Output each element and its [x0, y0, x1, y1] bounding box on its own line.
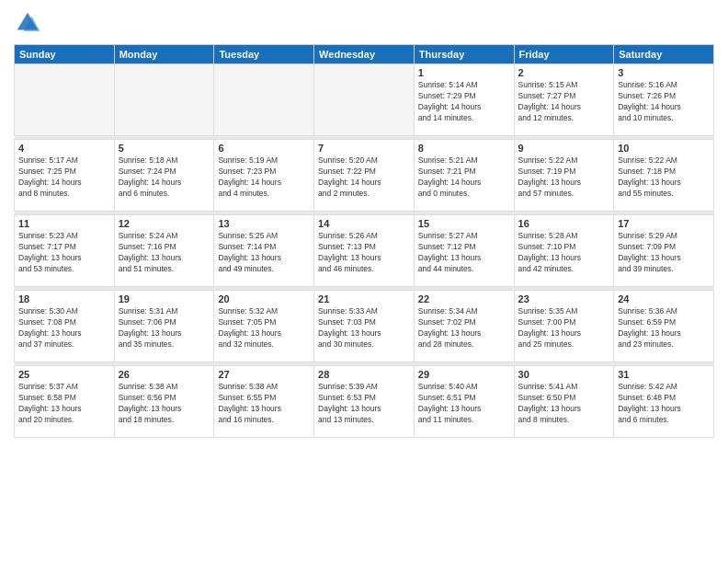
day-info: Sunrise: 5:15 AM Sunset: 7:27 PM Dayligh…	[518, 80, 610, 124]
day-number: 28	[318, 369, 410, 380]
calendar-cell: 21Sunrise: 5:33 AM Sunset: 7:03 PM Dayli…	[314, 291, 415, 362]
day-info: Sunrise: 5:35 AM Sunset: 7:00 PM Dayligh…	[518, 306, 610, 350]
calendar-cell: 8Sunrise: 5:21 AM Sunset: 7:21 PM Daylig…	[414, 140, 514, 212]
logo	[14, 9, 45, 37]
day-info: Sunrise: 5:24 AM Sunset: 7:16 PM Dayligh…	[119, 231, 210, 275]
day-number: 27	[218, 369, 310, 380]
day-number: 12	[119, 218, 210, 229]
calendar-cell: 27Sunrise: 5:38 AM Sunset: 6:55 PM Dayli…	[214, 366, 314, 438]
calendar-cell: 15Sunrise: 5:27 AM Sunset: 7:12 PM Dayli…	[414, 215, 514, 287]
calendar-cell: 28Sunrise: 5:39 AM Sunset: 6:53 PM Dayli…	[314, 366, 415, 438]
day-info: Sunrise: 5:28 AM Sunset: 7:10 PM Dayligh…	[518, 231, 610, 275]
day-info: Sunrise: 5:33 AM Sunset: 7:03 PM Dayligh…	[318, 306, 410, 350]
logo-icon	[14, 9, 41, 37]
weekday-header: Sunday	[15, 45, 115, 64]
weekday-header: Friday	[514, 45, 614, 64]
day-info: Sunrise: 5:38 AM Sunset: 6:55 PM Dayligh…	[218, 382, 310, 426]
day-info: Sunrise: 5:20 AM Sunset: 7:22 PM Dayligh…	[318, 155, 410, 200]
day-number: 23	[518, 293, 610, 304]
weekday-header: Wednesday	[314, 45, 415, 64]
calendar-cell: 18Sunrise: 5:30 AM Sunset: 7:08 PM Dayli…	[15, 291, 115, 362]
weekday-header: Monday	[114, 45, 214, 64]
calendar-cell: 2Sunrise: 5:15 AM Sunset: 7:27 PM Daylig…	[514, 64, 614, 136]
day-info: Sunrise: 5:18 AM Sunset: 7:24 PM Dayligh…	[119, 155, 210, 200]
day-number: 31	[618, 369, 710, 380]
calendar-week-row: 18Sunrise: 5:30 AM Sunset: 7:08 PM Dayli…	[15, 291, 714, 362]
calendar-cell	[114, 64, 214, 136]
calendar-cell: 19Sunrise: 5:31 AM Sunset: 7:06 PM Dayli…	[114, 291, 214, 362]
day-info: Sunrise: 5:39 AM Sunset: 6:53 PM Dayligh…	[318, 382, 410, 426]
day-number: 13	[218, 218, 310, 229]
day-info: Sunrise: 5:32 AM Sunset: 7:05 PM Dayligh…	[218, 306, 310, 350]
calendar-cell: 5Sunrise: 5:18 AM Sunset: 7:24 PM Daylig…	[114, 140, 214, 212]
calendar-cell: 31Sunrise: 5:42 AM Sunset: 6:48 PM Dayli…	[614, 366, 714, 438]
day-info: Sunrise: 5:14 AM Sunset: 7:29 PM Dayligh…	[418, 80, 510, 124]
day-number: 20	[218, 293, 310, 304]
day-info: Sunrise: 5:22 AM Sunset: 7:18 PM Dayligh…	[618, 155, 710, 200]
day-number: 29	[418, 369, 510, 380]
calendar-week-row: 25Sunrise: 5:37 AM Sunset: 6:58 PM Dayli…	[15, 366, 714, 438]
page: SundayMondayTuesdayWednesdayThursdayFrid…	[0, 0, 728, 563]
day-number: 8	[418, 143, 510, 154]
calendar-cell: 4Sunrise: 5:17 AM Sunset: 7:25 PM Daylig…	[15, 140, 115, 212]
day-info: Sunrise: 5:36 AM Sunset: 6:59 PM Dayligh…	[618, 306, 710, 350]
day-number: 19	[119, 293, 210, 304]
calendar-week-row: 4Sunrise: 5:17 AM Sunset: 7:25 PM Daylig…	[15, 140, 714, 212]
day-info: Sunrise: 5:31 AM Sunset: 7:06 PM Dayligh…	[119, 306, 210, 350]
calendar-cell: 20Sunrise: 5:32 AM Sunset: 7:05 PM Dayli…	[214, 291, 314, 362]
calendar-cell: 12Sunrise: 5:24 AM Sunset: 7:16 PM Dayli…	[114, 215, 214, 287]
calendar-cell	[314, 64, 415, 136]
calendar-cell: 16Sunrise: 5:28 AM Sunset: 7:10 PM Dayli…	[514, 215, 614, 287]
calendar-cell: 11Sunrise: 5:23 AM Sunset: 7:17 PM Dayli…	[15, 215, 115, 287]
day-number: 11	[18, 218, 110, 229]
day-info: Sunrise: 5:19 AM Sunset: 7:23 PM Dayligh…	[218, 155, 310, 200]
day-number: 17	[618, 218, 710, 229]
day-info: Sunrise: 5:29 AM Sunset: 7:09 PM Dayligh…	[618, 231, 710, 275]
day-info: Sunrise: 5:42 AM Sunset: 6:48 PM Dayligh…	[618, 382, 710, 426]
day-number: 9	[518, 143, 610, 154]
day-info: Sunrise: 5:41 AM Sunset: 6:50 PM Dayligh…	[518, 382, 610, 426]
weekday-header: Thursday	[414, 45, 514, 64]
calendar-cell: 25Sunrise: 5:37 AM Sunset: 6:58 PM Dayli…	[15, 366, 115, 438]
day-info: Sunrise: 5:34 AM Sunset: 7:02 PM Dayligh…	[418, 306, 510, 350]
header	[14, 9, 714, 37]
day-number: 3	[618, 67, 710, 78]
day-number: 26	[119, 369, 210, 380]
calendar-cell: 26Sunrise: 5:38 AM Sunset: 6:56 PM Dayli…	[114, 366, 214, 438]
calendar-cell: 6Sunrise: 5:19 AM Sunset: 7:23 PM Daylig…	[214, 140, 314, 212]
day-info: Sunrise: 5:16 AM Sunset: 7:26 PM Dayligh…	[618, 80, 710, 124]
calendar-cell: 13Sunrise: 5:25 AM Sunset: 7:14 PM Dayli…	[214, 215, 314, 287]
weekday-header-row: SundayMondayTuesdayWednesdayThursdayFrid…	[15, 45, 714, 64]
weekday-header: Tuesday	[214, 45, 314, 64]
day-info: Sunrise: 5:26 AM Sunset: 7:13 PM Dayligh…	[318, 231, 410, 275]
day-number: 24	[618, 293, 710, 304]
day-number: 4	[18, 143, 110, 154]
weekday-header: Saturday	[614, 45, 714, 64]
calendar-cell: 23Sunrise: 5:35 AM Sunset: 7:00 PM Dayli…	[514, 291, 614, 362]
day-number: 2	[518, 67, 610, 78]
day-info: Sunrise: 5:30 AM Sunset: 7:08 PM Dayligh…	[18, 306, 110, 350]
calendar-cell	[15, 64, 115, 136]
day-info: Sunrise: 5:22 AM Sunset: 7:19 PM Dayligh…	[518, 155, 610, 200]
day-info: Sunrise: 5:40 AM Sunset: 6:51 PM Dayligh…	[418, 382, 510, 426]
day-info: Sunrise: 5:38 AM Sunset: 6:56 PM Dayligh…	[119, 382, 210, 426]
day-info: Sunrise: 5:37 AM Sunset: 6:58 PM Dayligh…	[18, 382, 110, 426]
calendar-cell: 29Sunrise: 5:40 AM Sunset: 6:51 PM Dayli…	[414, 366, 514, 438]
calendar-cell: 9Sunrise: 5:22 AM Sunset: 7:19 PM Daylig…	[514, 140, 614, 212]
calendar: SundayMondayTuesdayWednesdayThursdayFrid…	[14, 44, 714, 438]
calendar-cell	[214, 64, 314, 136]
calendar-cell: 7Sunrise: 5:20 AM Sunset: 7:22 PM Daylig…	[314, 140, 415, 212]
day-number: 14	[318, 218, 410, 229]
day-info: Sunrise: 5:27 AM Sunset: 7:12 PM Dayligh…	[418, 231, 510, 275]
day-info: Sunrise: 5:23 AM Sunset: 7:17 PM Dayligh…	[18, 231, 110, 275]
calendar-cell: 30Sunrise: 5:41 AM Sunset: 6:50 PM Dayli…	[514, 366, 614, 438]
day-number: 16	[518, 218, 610, 229]
day-info: Sunrise: 5:25 AM Sunset: 7:14 PM Dayligh…	[218, 231, 310, 275]
day-number: 18	[18, 293, 110, 304]
day-number: 5	[119, 143, 210, 154]
calendar-cell: 22Sunrise: 5:34 AM Sunset: 7:02 PM Dayli…	[414, 291, 514, 362]
day-number: 22	[418, 293, 510, 304]
calendar-cell: 24Sunrise: 5:36 AM Sunset: 6:59 PM Dayli…	[614, 291, 714, 362]
day-number: 7	[318, 143, 410, 154]
day-number: 21	[318, 293, 410, 304]
